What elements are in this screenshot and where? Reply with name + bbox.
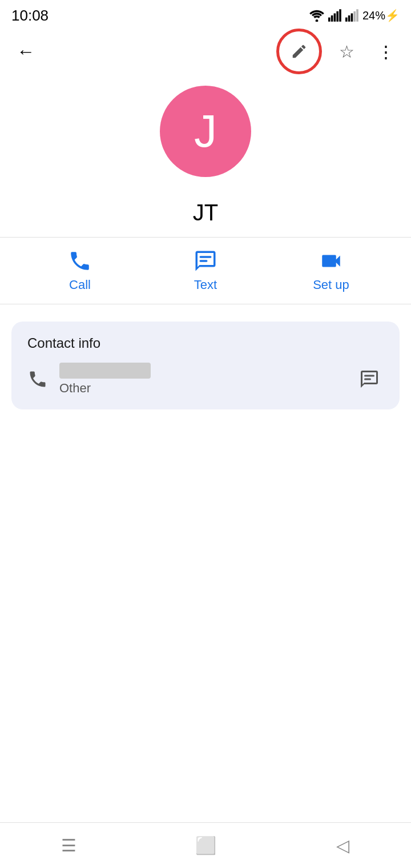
pencil-icon bbox=[291, 43, 308, 60]
battery-text: 24%⚡ bbox=[362, 9, 400, 22]
contact-info-card: Contact info Other bbox=[11, 322, 400, 409]
avatar-section: J bbox=[0, 74, 411, 183]
svg-rect-7 bbox=[348, 15, 350, 22]
nav-home-button[interactable]: ⬜ bbox=[183, 829, 228, 863]
phone-row: Other bbox=[27, 363, 384, 396]
svg-rect-1 bbox=[328, 18, 331, 22]
svg-rect-14 bbox=[364, 379, 371, 380]
call-action[interactable]: Call bbox=[46, 249, 114, 292]
signal-icon-1 bbox=[328, 9, 342, 22]
call-icon bbox=[68, 249, 92, 273]
back-arrow-icon: ← bbox=[17, 41, 35, 62]
divider-bottom bbox=[0, 304, 411, 304]
contact-info-title: Contact info bbox=[27, 335, 384, 351]
setup-label: Set up bbox=[313, 278, 349, 292]
favorite-button[interactable]: ☆ bbox=[332, 37, 361, 66]
svg-rect-2 bbox=[331, 15, 333, 22]
phone-label: Other bbox=[59, 381, 151, 396]
app-bar-right: ☆ ⋮ bbox=[276, 29, 400, 74]
status-icons: 24%⚡ bbox=[309, 9, 400, 22]
svg-rect-10 bbox=[356, 9, 358, 22]
nav-menu-button[interactable]: ☰ bbox=[46, 829, 91, 863]
status-bar: 10:08 24%⚡ bbox=[0, 0, 411, 29]
svg-rect-11 bbox=[200, 256, 212, 258]
menu-icon: ☰ bbox=[61, 835, 76, 855]
setup-action[interactable]: Set up bbox=[297, 249, 365, 292]
text-label: Text bbox=[194, 278, 217, 292]
phone-number-blurred bbox=[59, 363, 151, 379]
wifi-icon bbox=[309, 9, 325, 22]
contact-name-section: JT bbox=[0, 183, 411, 237]
svg-rect-9 bbox=[353, 11, 356, 22]
contact-name: JT bbox=[193, 200, 218, 225]
text-action[interactable]: Text bbox=[171, 249, 240, 292]
app-bar-left: ← bbox=[11, 37, 40, 66]
text-icon bbox=[194, 249, 217, 273]
star-icon: ☆ bbox=[339, 42, 354, 62]
app-bar: ← ☆ ⋮ bbox=[0, 29, 411, 74]
svg-rect-3 bbox=[334, 13, 336, 21]
svg-point-0 bbox=[316, 19, 319, 22]
action-row: Call Text Set up bbox=[0, 238, 411, 304]
video-icon bbox=[319, 249, 343, 273]
avatar: J bbox=[160, 86, 251, 177]
avatar-letter: J bbox=[194, 105, 217, 158]
more-options-button[interactable]: ⋮ bbox=[371, 37, 400, 66]
phone-icon bbox=[27, 369, 48, 389]
svg-rect-4 bbox=[336, 11, 339, 22]
message-icon bbox=[359, 369, 380, 389]
phone-info: Other bbox=[59, 363, 151, 396]
nav-back-button[interactable]: ◁ bbox=[320, 829, 365, 863]
phone-row-left: Other bbox=[27, 363, 151, 396]
nav-back-icon: ◁ bbox=[336, 835, 349, 855]
back-button[interactable]: ← bbox=[11, 37, 40, 66]
svg-rect-5 bbox=[339, 9, 341, 22]
more-icon: ⋮ bbox=[377, 42, 393, 62]
svg-rect-12 bbox=[200, 260, 208, 262]
message-button[interactable] bbox=[355, 365, 384, 393]
signal-icon-2 bbox=[345, 9, 359, 22]
edit-button[interactable] bbox=[285, 37, 313, 66]
edit-button-wrapper bbox=[276, 29, 322, 74]
home-icon: ⬜ bbox=[195, 835, 216, 855]
svg-rect-13 bbox=[364, 375, 374, 377]
svg-rect-8 bbox=[351, 13, 353, 21]
svg-rect-6 bbox=[345, 18, 348, 22]
status-time: 10:08 bbox=[11, 7, 49, 25]
nav-bar: ☰ ⬜ ◁ bbox=[0, 822, 411, 868]
call-label: Call bbox=[69, 278, 91, 292]
